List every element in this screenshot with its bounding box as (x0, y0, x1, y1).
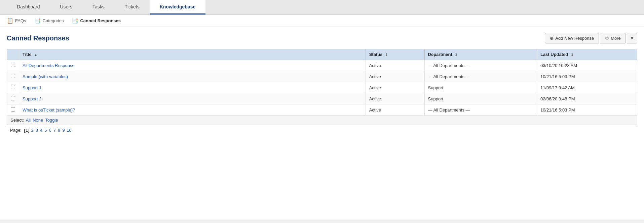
top-navigation: Dashboard Users Tasks Tickets Knowledgeb… (0, 0, 644, 15)
select-all-link[interactable]: All (26, 118, 31, 123)
nav-item-tasks[interactable]: Tasks (82, 0, 115, 14)
gear-icon: ⚙ (605, 36, 609, 41)
current-page: [1] (24, 128, 30, 133)
pagination-page-link[interactable]: 9 (61, 128, 66, 133)
row-status: Active (366, 93, 424, 104)
nav-item-tickets[interactable]: Tickets (115, 0, 150, 14)
row-last-updated: 11/09/17 9:42 AM (537, 82, 637, 93)
col-title-label: Title (23, 52, 32, 57)
select-none-link[interactable]: None (33, 118, 43, 123)
col-status-label: Status (369, 52, 383, 57)
row-department: — All Departments — (424, 104, 537, 116)
row-department: — All Departments — (424, 60, 537, 71)
col-checkbox (7, 49, 19, 60)
categories-icon: 📑 (34, 18, 41, 24)
sub-nav-categories[interactable]: 📑 Categories (34, 18, 64, 24)
sub-nav-canned-responses[interactable]: 📑 Canned Responses (72, 18, 121, 24)
pagination-page-link[interactable]: 6 (48, 128, 52, 133)
nav-item-dashboard[interactable]: Dashboard (7, 0, 50, 14)
nav-item-knowledgebase[interactable]: Knowledgebase (150, 0, 206, 14)
add-new-response-label: Add New Response (555, 36, 594, 41)
more-label: More (611, 36, 621, 41)
row-checkbox[interactable] (7, 82, 19, 93)
table-row: Sample (with variables) Active — All Dep… (7, 71, 637, 82)
pagination-page-link[interactable]: 5 (43, 128, 48, 133)
table-body: All Departments Response Active — All De… (7, 60, 637, 116)
row-status: Active (366, 60, 424, 71)
sub-nav-categories-label: Categories (43, 18, 64, 23)
table-row: All Departments Response Active — All De… (7, 60, 637, 71)
row-title-link[interactable]: Support 1 (23, 85, 41, 90)
table-row: Support 1 Active Support 11/09/17 9:42 A… (7, 82, 637, 93)
row-title: Support 2 (19, 93, 366, 104)
col-title[interactable]: Title ▲ (19, 49, 366, 60)
page-label: Page: (10, 128, 22, 133)
faqs-icon: 📋 (7, 18, 13, 24)
add-icon: ⊕ (550, 36, 554, 41)
row-status: Active (366, 71, 424, 82)
pagination-page-link[interactable]: 8 (57, 128, 61, 133)
status-sort-icon: ⇕ (385, 53, 388, 57)
row-last-updated: 10/21/16 5:03 PM (537, 71, 637, 82)
row-checkbox[interactable] (7, 71, 19, 82)
pagination-page-link[interactable]: 10 (66, 128, 72, 133)
col-department-label: Department (428, 52, 452, 57)
header-actions: ⊕ Add New Response ⚙ More ▼ (545, 33, 637, 43)
table-row: Support 2 Active Support 02/06/20 3:48 P… (7, 93, 637, 104)
row-title: All Departments Response (19, 60, 366, 71)
col-last-updated[interactable]: Last Updated ⇕ (537, 49, 637, 60)
row-checkbox[interactable] (7, 104, 19, 116)
canned-responses-table: Title ▲ Status ⇕ Department ⇕ Last Updat… (7, 49, 637, 116)
pagination-page-link[interactable]: 3 (35, 128, 39, 133)
table-row: What is osTicket (sample)? Active — All … (7, 104, 637, 116)
row-title-link[interactable]: What is osTicket (sample)? (23, 107, 75, 113)
chevron-down-icon: ▼ (630, 36, 634, 41)
page-header: Canned Responses ⊕ Add New Response ⚙ Mo… (7, 33, 637, 43)
row-checkbox[interactable] (7, 93, 19, 104)
row-department: — All Departments — (424, 71, 537, 82)
more-dropdown-button[interactable]: ▼ (627, 33, 637, 43)
page-content: Canned Responses ⊕ Add New Response ⚙ Mo… (0, 27, 644, 220)
select-label: Select: (10, 118, 24, 123)
pagination-links: 2345678910 (30, 128, 73, 133)
add-new-response-button[interactable]: ⊕ Add New Response (545, 33, 599, 43)
row-title-link[interactable]: Sample (with variables) (23, 74, 68, 79)
canned-responses-icon: 📑 (72, 18, 78, 24)
row-last-updated: 02/06/20 3:48 PM (537, 93, 637, 104)
row-title-link[interactable]: All Departments Response (23, 63, 75, 68)
table-header: Title ▲ Status ⇕ Department ⇕ Last Updat… (7, 49, 637, 60)
row-department: Support (424, 82, 537, 93)
more-button[interactable]: ⚙ More (600, 33, 626, 43)
sub-nav-faqs[interactable]: 📋 FAQs (7, 18, 26, 24)
last-updated-sort-icon: ⇕ (571, 53, 573, 57)
title-sort-icon: ▲ (34, 53, 37, 57)
table-footer: Select: All None Toggle (7, 116, 637, 125)
pagination-page-link[interactable]: 7 (52, 128, 57, 133)
row-title: Support 1 (19, 82, 366, 93)
pagination: Page: [1] 2345678910 (7, 125, 637, 135)
row-checkbox[interactable] (7, 60, 19, 71)
row-status: Active (366, 82, 424, 93)
row-title: Sample (with variables) (19, 71, 366, 82)
row-status: Active (366, 104, 424, 116)
col-status[interactable]: Status ⇕ (366, 49, 424, 60)
sub-nav-canned-responses-label: Canned Responses (80, 18, 121, 23)
col-last-updated-label: Last Updated (540, 52, 568, 57)
sub-navigation: 📋 FAQs 📑 Categories 📑 Canned Responses (0, 15, 644, 27)
row-title: What is osTicket (sample)? (19, 104, 366, 116)
page-title: Canned Responses (7, 34, 69, 42)
nav-item-users[interactable]: Users (50, 0, 83, 14)
col-department[interactable]: Department ⇕ (424, 49, 537, 60)
pagination-page-link[interactable]: 4 (39, 128, 43, 133)
row-last-updated: 10/21/16 5:03 PM (537, 104, 637, 116)
sub-nav-faqs-label: FAQs (15, 18, 26, 23)
row-department: Support (424, 93, 537, 104)
select-toggle-link[interactable]: Toggle (45, 118, 58, 123)
row-last-updated: 03/10/20 10:28 AM (537, 60, 637, 71)
pagination-page-link[interactable]: 2 (30, 128, 35, 133)
department-sort-icon: ⇕ (455, 53, 457, 57)
row-title-link[interactable]: Support 2 (23, 96, 41, 101)
